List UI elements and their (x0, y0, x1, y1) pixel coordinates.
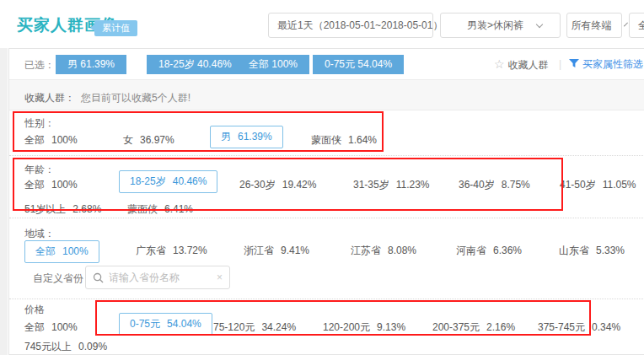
selected-label: 已选： (24, 58, 55, 73)
section-divider (9, 218, 644, 218)
filter-option-price-75-120[interactable]: 75-120元34.24% (213, 320, 296, 335)
terminal-select-label: 所有终端 (563, 19, 620, 33)
chevron-down-icon (624, 23, 628, 27)
custom-province-label: 自定义省份 (33, 272, 83, 286)
filter-option-age-51plus[interactable]: 51岁以上2.68% (24, 202, 101, 217)
region-section-label: 地域： (24, 227, 55, 241)
funnel-filter-icon (569, 58, 579, 68)
filter-option-age-18-25-selected[interactable]: 18-25岁40.46% (119, 170, 217, 193)
buyer-attribute-filter-label: 买家属性筛选 (582, 58, 643, 70)
section-divider (9, 155, 644, 156)
province-search-box: × (85, 266, 230, 289)
filter-option-region-all-selected[interactable]: 全部100% (24, 240, 99, 263)
left-gutter (0, 48, 8, 355)
category-select-label: 男装>休闲裤 (459, 19, 532, 33)
favorite-row-label: 收藏人群： (24, 91, 75, 105)
filter-option-gender-female[interactable]: 女36.97% (123, 133, 174, 148)
star-icon: ☆ (494, 57, 505, 71)
filter-option-age-41-50[interactable]: 41-50岁11.05% (560, 178, 636, 192)
date-range-label: 最近1天（2018-05-01~2018-05-01） (269, 19, 451, 33)
filter-option-age-all[interactable]: 全部100% (24, 178, 78, 192)
filter-option-region-jiangsu[interactable]: 江苏省8.08% (351, 244, 416, 258)
buyer-attribute-filter-button[interactable]: 买家属性筛选 (569, 57, 643, 72)
filter-option-price-200-375[interactable]: 200-375元2.16% (432, 320, 515, 335)
clear-input-icon[interactable]: × (217, 272, 223, 283)
filter-option-price-120-200[interactable]: 120-200元9.13% (323, 320, 405, 335)
filter-option-region-zhejiang[interactable]: 浙江省9.41% (244, 244, 309, 258)
filter-option-region-henan[interactable]: 河南省6.36% (456, 244, 522, 258)
category-select[interactable]: 男装>休闲裤 (440, 13, 561, 38)
filter-option-age-masked[interactable]: 蒙面侠6.41% (127, 202, 193, 217)
price-section-label: 价格 (24, 303, 45, 317)
province-search-input[interactable] (109, 272, 217, 283)
filter-option-age-26-30[interactable]: 26-30岁19.42% (239, 178, 316, 192)
filter-option-age-31-35[interactable]: 31-35岁11.23% (353, 178, 430, 192)
section-divider (9, 299, 644, 299)
filter-option-gender-all[interactable]: 全部100% (24, 133, 78, 148)
filter-option-price-375-745[interactable]: 375-745元0.34% (538, 320, 620, 335)
filter-option-region-guangdong[interactable]: 广东省13.72% (136, 244, 207, 258)
filters-panel: 已选： 男 61.39% 18-25岁 40.46% 全部 100% 0-75元… (8, 48, 644, 355)
filter-option-region-shandong[interactable]: 山东省5.33% (559, 244, 625, 258)
vertical-divider: | (559, 58, 561, 70)
age-section-label: 年龄： (24, 163, 55, 177)
filter-option-gender-male-selected[interactable]: 男61.39% (210, 126, 283, 148)
chevron-down-icon (536, 21, 543, 28)
search-icon (93, 272, 104, 283)
filter-option-price-0-75-selected[interactable]: 0-75元54.04% (119, 313, 212, 336)
selected-tag-age[interactable]: 18-25岁 40.46% (147, 55, 244, 74)
buyer-portrait-page: 买家人群画像 累计值 最近1天（2018-05-01~2018-05-01） 1… (0, 0, 644, 355)
cumulative-value-badge: 累计值 (94, 20, 137, 36)
terminal-select[interactable]: 所有终端 (566, 13, 622, 38)
favorite-row-message: 您目前可以收藏5个人群! (81, 91, 191, 105)
filter-option-price-745plus[interactable]: 745元以上0.09% (24, 340, 107, 354)
filter-option-price-all[interactable]: 全部100% (24, 320, 78, 335)
clipped-select[interactable]: 全部 (629, 13, 644, 38)
clipped-select-label: 全部 (630, 19, 644, 33)
favorite-crowd-button[interactable]: ☆收藏人群 (494, 57, 549, 73)
filter-option-age-36-40[interactable]: 36-40岁8.75% (459, 178, 530, 192)
date-range-picker[interactable]: 最近1天（2018-05-01~2018-05-01） 15 (268, 13, 433, 38)
gender-section-label: 性别： (24, 116, 55, 131)
selected-tag-price[interactable]: 0-75元 54.04% (313, 55, 404, 74)
selected-tag-region[interactable]: 全部 100% (237, 55, 309, 74)
favorite-crowd-label: 收藏人群 (508, 59, 549, 71)
favorite-row: 收藏人群： 您目前可以收藏5个人群! (9, 79, 644, 110)
selected-tag-gender[interactable]: 男 61.39% (56, 55, 126, 74)
filter-option-gender-masked[interactable]: 蒙面侠1.64% (311, 133, 377, 148)
